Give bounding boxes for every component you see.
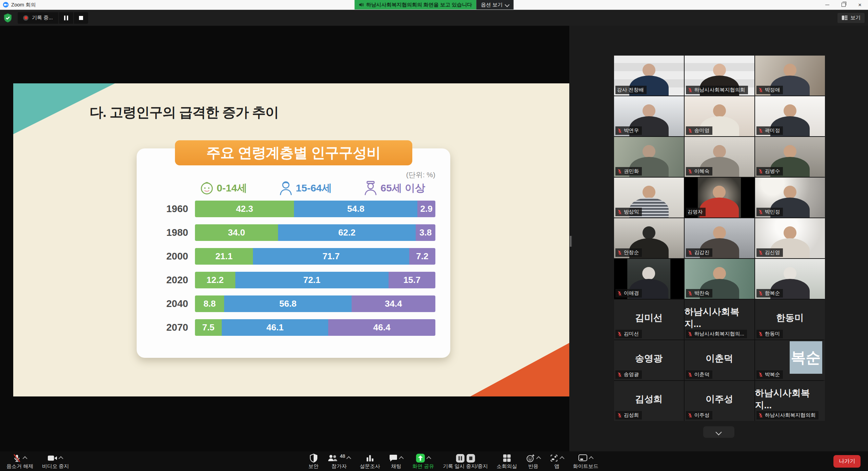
muted-mic-icon [688, 372, 693, 377]
recording-pause-button[interactable] [58, 12, 73, 24]
participant-tile[interactable]: 김성희김성희 [614, 381, 684, 421]
participant-tile[interactable]: 김갑진 [685, 218, 754, 258]
bar-segment: 72.1 [235, 272, 389, 288]
participants-icon [328, 454, 338, 462]
participant-tile[interactable]: 이애경 [614, 259, 684, 299]
chevron-up-icon[interactable] [59, 456, 63, 461]
participant-name-bar: 이애경 [615, 289, 642, 298]
minimize-button[interactable] [819, 0, 835, 9]
participant-tile[interactable]: 하남시사회복지협의회 [685, 56, 754, 96]
bar-track: 42.354.82.9 [195, 201, 435, 217]
chevron-up-icon[interactable] [23, 456, 27, 461]
participant-tile[interactable]: 이춘덕이춘덕 [685, 340, 754, 380]
participant-tile[interactable]: 박연우 [614, 96, 684, 136]
participant-name: 방상익 [624, 209, 639, 215]
chevron-up-icon[interactable] [399, 456, 404, 461]
share-screen-button[interactable]: 화면 공유 [408, 451, 438, 471]
apps-button[interactable]: 앱 [545, 451, 569, 471]
participant-name: 이애경 [624, 290, 639, 296]
view-button[interactable]: 보기 [837, 13, 865, 23]
participant-tile[interactable]: 하남시사회복지...하남시사회복지협의회 [755, 381, 825, 421]
polls-button[interactable]: 설문조사 [355, 451, 384, 471]
chevron-down-icon [505, 2, 509, 7]
whiteboard-icon [578, 454, 588, 462]
participant-name-bar: 김성희 [615, 411, 642, 419]
chart-row: 196042.354.82.9 [152, 201, 435, 217]
chevron-up-icon[interactable] [589, 456, 593, 461]
participant-name-bar: 안창순 [615, 248, 642, 257]
panel-resize-handle[interactable] [570, 236, 573, 247]
participant-name-bar: 함복순 [756, 289, 783, 298]
participant-name-bar: 박민정 [756, 208, 783, 216]
recording-indicator: 기록 중... [18, 12, 88, 24]
participant-tile[interactable]: 김명자 [685, 178, 754, 218]
participant-tile[interactable]: 방상익 [614, 178, 684, 218]
participant-name-bar: 박연우 [615, 126, 642, 135]
chevron-up-icon[interactable] [347, 456, 351, 461]
chevron-up-icon[interactable] [426, 456, 431, 461]
participant-tile[interactable]: 하남시사회복지...하남시사회복지협의... [685, 300, 754, 340]
bar-segment: 8.8 [195, 295, 224, 312]
share-screen-icon [416, 453, 425, 463]
whiteboard-button[interactable]: 화이트보드 [569, 451, 603, 471]
chat-button[interactable]: 채팅 [384, 451, 408, 471]
security-button[interactable]: 보안 [304, 451, 323, 471]
participant-tile[interactable]: 김미선김미선 [614, 300, 684, 340]
participant-name-bar: 김신영 [756, 248, 783, 257]
participant-tile[interactable]: 박찬숙 [685, 259, 754, 299]
participant-tile[interactable]: 복순박복순 [755, 340, 825, 380]
bar-track: 7.546.146.4 [195, 319, 435, 336]
participant-name-bar: 김병수 [756, 167, 783, 176]
leave-button[interactable]: 나가기 [833, 455, 861, 468]
participant-tile[interactable]: 김병수 [755, 137, 825, 177]
share-banner-text: 하남시사회복지협의회의 화면을 보고 있습니다 [366, 2, 472, 8]
participant-tile[interactable]: 권민화 [614, 137, 684, 177]
muted-mic-icon [617, 291, 622, 296]
participant-tile[interactable]: 송영광송영광 [614, 340, 684, 380]
unmute-button[interactable]: 음소거 해제 [2, 451, 38, 471]
participant-name-bar: 한동미 [756, 330, 783, 338]
muted-mic-icon [758, 413, 763, 418]
restore-button[interactable] [835, 0, 852, 9]
muted-mic-icon [617, 128, 622, 133]
chevron-up-icon[interactable] [536, 456, 541, 461]
participant-tile[interactable]: 한동미한동미 [755, 300, 825, 340]
recording-stop-button[interactable] [73, 12, 88, 24]
participant-tile[interactable]: 송미영 [685, 96, 754, 136]
speaker-icon [359, 2, 364, 7]
participants-button[interactable]: 48참가자 [323, 451, 356, 471]
participant-name-bar: 강사 전창배 [615, 86, 647, 94]
record-pause-stop-button[interactable]: 기록 일시 중지/중지 [438, 451, 492, 471]
chevron-up-icon[interactable] [559, 456, 564, 461]
participant-tile[interactable]: 김신영 [755, 218, 825, 258]
chart-unit-label: (단위: %) [152, 170, 435, 180]
participant-tile[interactable]: 이주성이주성 [685, 381, 754, 421]
participant-tile[interactable]: 박민정 [755, 178, 825, 218]
close-button[interactable]: × [852, 0, 868, 9]
participant-tile[interactable]: 강사 전창배 [614, 56, 684, 96]
participant-name-bar: 박찬숙 [686, 289, 712, 298]
grid-page-down-button[interactable] [703, 426, 734, 438]
stop-video-button[interactable]: 비디오 중지 [38, 451, 73, 471]
breakout-rooms-button[interactable]: 소회의실 [492, 451, 521, 471]
recording-dot-icon [23, 15, 28, 21]
participant-name-bar: 김명자 [686, 208, 706, 216]
participant-tile[interactable]: 함복순 [755, 259, 825, 299]
bar-track: 12.272.115.7 [195, 272, 435, 288]
participant-tile[interactable]: 안창순 [614, 218, 684, 258]
bar-track: 34.062.23.8 [195, 224, 435, 241]
reactions-button[interactable]: 반응 [521, 451, 545, 471]
participant-tile[interactable]: 박정애 [755, 56, 825, 96]
participant-tile[interactable]: 이혜숙 [685, 137, 754, 177]
chart-legend: 0-14세15-64세65세 이상 [199, 180, 425, 196]
toolbar-item-label: 참가자 [332, 464, 347, 469]
view-options-button[interactable]: 옵션 보기 [476, 0, 513, 9]
legend-label: 65세 이상 [380, 181, 425, 195]
legend-item: 15-64세 [278, 180, 332, 196]
toolbar-item-label: 음소거 해제 [6, 464, 33, 469]
participants-grid: 강사 전창배하남시사회복지협의회박정애박연우송미영곽미정권민화이혜숙김병수방상익… [614, 56, 824, 421]
restore-icon [842, 3, 846, 7]
encryption-shield-icon[interactable] [3, 13, 12, 23]
participant-tile[interactable]: 곽미정 [755, 96, 825, 136]
muted-mic-icon [617, 413, 622, 418]
